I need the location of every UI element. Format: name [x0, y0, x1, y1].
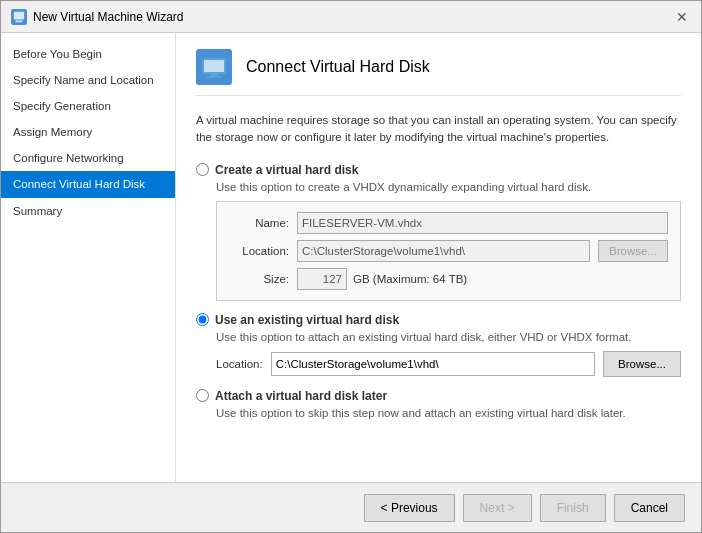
- svg-rect-0: [14, 11, 24, 19]
- page-description: A virtual machine requires storage so th…: [196, 112, 681, 147]
- form-name-input[interactable]: [297, 212, 668, 234]
- sidebar-item-assign-memory[interactable]: Assign Memory: [1, 119, 175, 145]
- radio-create-label[interactable]: Create a virtual hard disk: [196, 163, 681, 177]
- radio-section-existing: Use an existing virtual hard disk Use th…: [196, 313, 681, 377]
- next-button[interactable]: Next >: [463, 494, 532, 522]
- form-size-unit: GB (Maximum: 64 TB): [353, 273, 467, 285]
- form-row-name: Name:: [229, 212, 668, 234]
- page-header: Connect Virtual Hard Disk: [196, 49, 681, 96]
- radio-existing-input[interactable]: [196, 313, 209, 326]
- finish-button[interactable]: Finish: [540, 494, 606, 522]
- create-form-grid: Name: Location: Browse... Size: GB (Maxi…: [216, 201, 681, 301]
- existing-location-row: Location: Browse...: [216, 351, 681, 377]
- close-button[interactable]: ✕: [673, 8, 691, 26]
- radio-create-desc: Use this option to create a VHDX dynamic…: [216, 181, 681, 193]
- page-title: Connect Virtual Hard Disk: [246, 58, 430, 76]
- content-area: Connect Virtual Hard Disk A virtual mach…: [176, 33, 701, 482]
- form-location-label: Location:: [229, 245, 289, 257]
- sidebar-item-configure-networking[interactable]: Configure Networking: [1, 145, 175, 171]
- radio-existing-label[interactable]: Use an existing virtual hard disk: [196, 313, 681, 327]
- form-row-size: Size: GB (Maximum: 64 TB): [229, 268, 668, 290]
- page-header-icon: [196, 49, 232, 85]
- existing-browse-button[interactable]: Browse...: [603, 351, 681, 377]
- cancel-button[interactable]: Cancel: [614, 494, 685, 522]
- svg-rect-1: [16, 20, 23, 22]
- sidebar-item-summary[interactable]: Summary: [1, 198, 175, 224]
- existing-location-label: Location:: [216, 358, 263, 370]
- sidebar-item-before-you-begin[interactable]: Before You Begin: [1, 41, 175, 67]
- form-row-location: Location: Browse...: [229, 240, 668, 262]
- title-bar: New Virtual Machine Wizard ✕: [1, 1, 701, 33]
- title-bar-left: New Virtual Machine Wizard: [11, 9, 184, 25]
- form-location-input[interactable]: [297, 240, 590, 262]
- radio-existing-desc: Use this option to attach an existing vi…: [216, 331, 681, 343]
- sidebar-item-connect-vhd[interactable]: Connect Virtual Hard Disk: [1, 171, 175, 197]
- radio-create-input[interactable]: [196, 163, 209, 176]
- sidebar-item-specify-name[interactable]: Specify Name and Location: [1, 67, 175, 93]
- radio-section-later: Attach a virtual hard disk later Use thi…: [196, 389, 681, 419]
- existing-location-input[interactable]: [271, 352, 595, 376]
- radio-later-label[interactable]: Attach a virtual hard disk later: [196, 389, 681, 403]
- create-browse-button[interactable]: Browse...: [598, 240, 668, 262]
- sidebar: Before You Begin Specify Name and Locati…: [1, 33, 176, 482]
- main-content: Before You Begin Specify Name and Locati…: [1, 33, 701, 482]
- title-bar-icon: [11, 9, 27, 25]
- radio-section-create: Create a virtual hard disk Use this opti…: [196, 163, 681, 301]
- previous-button[interactable]: < Previous: [364, 494, 455, 522]
- form-size-row: GB (Maximum: 64 TB): [297, 268, 467, 290]
- svg-rect-3: [204, 60, 224, 72]
- form-size-input[interactable]: [297, 268, 347, 290]
- footer: < Previous Next > Finish Cancel: [1, 482, 701, 532]
- form-name-label: Name:: [229, 217, 289, 229]
- window-title: New Virtual Machine Wizard: [33, 10, 184, 24]
- radio-later-input[interactable]: [196, 389, 209, 402]
- radio-later-desc: Use this option to skip this step now an…: [216, 407, 681, 419]
- window: New Virtual Machine Wizard ✕ Before You …: [0, 0, 702, 533]
- form-size-label: Size:: [229, 273, 289, 285]
- sidebar-item-specify-generation[interactable]: Specify Generation: [1, 93, 175, 119]
- svg-rect-5: [207, 76, 221, 78]
